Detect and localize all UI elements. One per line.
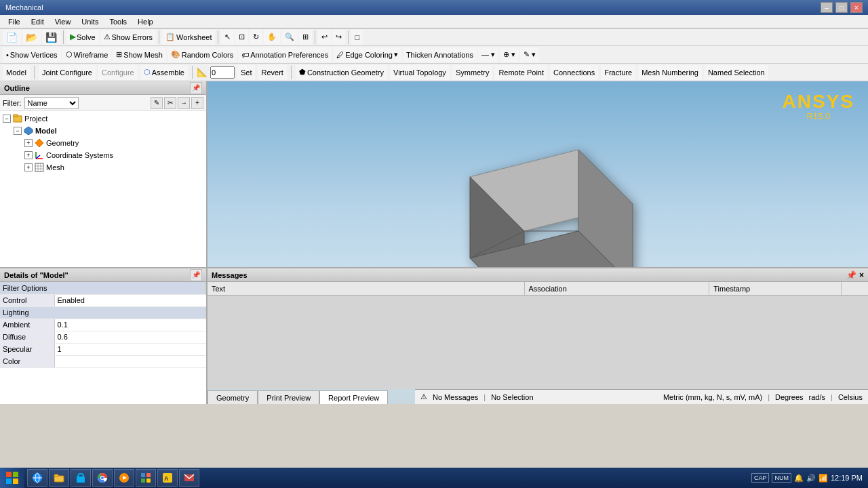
select-mode-button[interactable]: ⊡ — [235, 30, 248, 45]
tab-print-preview[interactable]: Print Preview — [258, 390, 319, 404]
minimize-button[interactable]: – — [821, 2, 833, 13]
start-button[interactable] — [0, 468, 24, 488]
ambient-row: Ambient 0.1 — [0, 319, 206, 331]
filter-select[interactable]: Name Type Status — [24, 97, 79, 109]
zoom-fit-button[interactable]: ⊞ — [299, 30, 312, 45]
menu-units[interactable]: Units — [76, 16, 104, 27]
control-value: Enabled — [54, 294, 206, 306]
messages-controls[interactable]: 📌 × — [846, 270, 864, 280]
expand-geometry[interactable]: + — [24, 139, 33, 147]
taskbar-chrome[interactable] — [92, 469, 113, 487]
show-errors-button[interactable]: ⚠ Show Errors — [100, 30, 157, 45]
3d-viewport[interactable]: ANSYS R15.0 — [208, 81, 868, 404]
taskbar[interactable]: A CAP NUM 🔔 🔊 📶 12:19 PM — [0, 468, 868, 488]
result-display-button[interactable]: — ▾ — [478, 47, 498, 62]
taskbar-store[interactable] — [71, 469, 91, 487]
svg-rect-42 — [146, 479, 151, 483]
worksheet-button[interactable]: 📋 Worksheet — [162, 30, 215, 45]
menu-view[interactable]: View — [50, 16, 77, 27]
annotation-button[interactable]: ✎ ▾ — [520, 47, 539, 62]
virtual-topology-button[interactable]: Virtual Topology — [390, 65, 450, 80]
svg-rect-33 — [77, 476, 85, 483]
expand-model[interactable]: − — [14, 127, 22, 135]
tree-item-geometry[interactable]: + Geometry — [1, 137, 205, 149]
connections-button[interactable]: Connections — [550, 65, 598, 80]
redo-button[interactable]: ↪ — [332, 30, 345, 45]
new-button[interactable]: 📄 — [3, 30, 21, 45]
annotation-prefs-button[interactable]: 🏷 Annotation Preferences — [238, 47, 332, 62]
remote-point-button[interactable]: Remote Point — [495, 65, 547, 80]
menu-file[interactable]: File — [3, 16, 26, 27]
volume-icon[interactable]: 🔊 — [806, 474, 816, 483]
maximize-button[interactable]: □ — [835, 2, 848, 13]
set-button[interactable]: Set — [237, 65, 256, 80]
details-table: Filter Options Control Enabled Lighting … — [0, 282, 206, 368]
menu-tools[interactable]: Tools — [104, 16, 132, 27]
tree-item-project[interactable]: − Project — [1, 113, 205, 125]
mesh-numbering-button[interactable]: Mesh Numbering — [638, 65, 702, 80]
revert-button[interactable]: Revert — [258, 65, 286, 80]
menu-edit[interactable]: Edit — [26, 16, 50, 27]
filter-icon3[interactable]: → — [178, 97, 190, 109]
show-vertices-button[interactable]: • Show Vertices — [3, 47, 61, 62]
taskbar-inbox[interactable] — [179, 469, 199, 487]
messages-close-button[interactable]: × — [859, 270, 864, 280]
filter-icon4[interactable]: + — [191, 97, 203, 109]
tree-item-model[interactable]: − Model — [1, 125, 205, 137]
fracture-button[interactable]: Fracture — [601, 65, 635, 80]
tab-geometry[interactable]: Geometry — [208, 390, 258, 404]
ansys-text: ANSYS — [783, 92, 854, 111]
network-icon[interactable]: 📶 — [818, 474, 828, 483]
set-value-input[interactable] — [210, 66, 235, 79]
taskbar-ansys[interactable]: A — [157, 469, 178, 487]
joint-configure-button[interactable]: Joint Configure — [39, 65, 96, 80]
assemble-button[interactable]: ⬡ Assemble — [140, 65, 188, 80]
box-select-button[interactable]: □ — [351, 30, 363, 45]
save-button[interactable]: 💾 — [42, 30, 60, 45]
messages-pin-button[interactable]: 📌 — [846, 270, 856, 280]
undo-button[interactable]: ↩ — [318, 30, 331, 45]
expand-project[interactable]: − — [3, 115, 11, 123]
named-selection-button[interactable]: Named Selection — [705, 65, 768, 80]
tree-item-coord-systems[interactable]: + Coordinate Systems — [1, 149, 205, 161]
thicken-annotations-button[interactable]: Thicken Annotations — [403, 47, 477, 62]
expand-mesh[interactable]: + — [24, 163, 33, 171]
taskbar-explorer[interactable] — [49, 469, 69, 487]
edge-coloring-button[interactable]: 🖊 Edge Coloring ▾ — [333, 47, 401, 62]
details-controls[interactable]: 📌 — [190, 269, 202, 281]
tree-view[interactable]: − Project − Model — [0, 111, 206, 267]
configure-button[interactable]: Configure — [98, 65, 138, 80]
random-colors-button[interactable]: 🎨 Random Colors — [167, 47, 237, 62]
tab-report-preview[interactable]: Report Preview — [319, 390, 388, 404]
construction-geometry-button[interactable]: ⬟ Construction Geometry — [296, 65, 387, 80]
virtual-topology-label: Virtual Topology — [393, 68, 446, 77]
symmetry-button[interactable]: Symmetry — [452, 65, 493, 80]
solve-button[interactable]: ▶ Solve — [66, 30, 99, 45]
filter-icon2[interactable]: ✂ — [164, 97, 176, 109]
window-controls[interactable]: – □ × — [821, 2, 863, 13]
outline-controls[interactable]: 📌 — [190, 82, 202, 94]
model-button[interactable]: Model — [3, 65, 30, 80]
wireframe-button[interactable]: ⬡ Wireframe — [62, 47, 112, 62]
probe-button[interactable]: ⊕ ▾ — [500, 47, 519, 62]
pan-button[interactable]: ✋ — [264, 30, 280, 45]
cursor-button[interactable]: ↖ — [221, 30, 234, 45]
show-mesh-button[interactable]: ⊞ Show Mesh — [113, 47, 165, 62]
taskbar-control-panel[interactable] — [136, 469, 156, 487]
taskbar-ie[interactable] — [27, 469, 47, 487]
expand-coord[interactable]: + — [24, 151, 33, 159]
notification-icon[interactable]: 🔔 — [794, 474, 804, 483]
outline-pin-button[interactable]: 📌 — [190, 82, 202, 94]
svg-rect-7 — [35, 163, 43, 171]
filter-icon1[interactable]: ✎ — [151, 97, 163, 109]
menu-help[interactable]: Help — [132, 16, 159, 27]
tree-item-mesh[interactable]: + Mesh — [1, 161, 205, 174]
zoom-button[interactable]: 🔍 — [281, 30, 298, 45]
rotate-button[interactable]: ↻ — [250, 30, 262, 45]
taskbar-media[interactable] — [114, 469, 134, 487]
svg-rect-27 — [13, 479, 18, 484]
close-button[interactable]: × — [850, 2, 863, 13]
details-pin-button[interactable]: 📌 — [190, 269, 202, 281]
open-button[interactable]: 📂 — [22, 30, 41, 45]
ctx-sep2 — [192, 66, 193, 79]
